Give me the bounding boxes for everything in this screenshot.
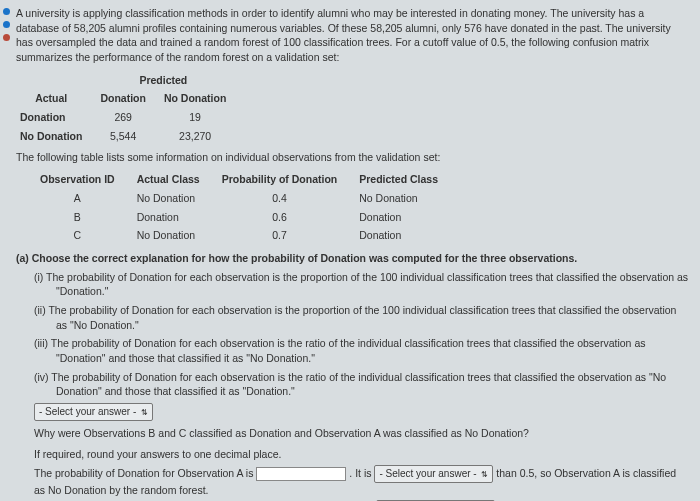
obs-actual: Donation bbox=[133, 208, 218, 227]
chevron-updown-icon: ⇅ bbox=[141, 408, 148, 417]
select-label: - Select your answer - bbox=[379, 468, 476, 479]
chevron-updown-icon: ⇅ bbox=[481, 470, 488, 479]
text-a-pre: The probability of Donation for Observat… bbox=[34, 467, 256, 479]
obs-actual: No Donation bbox=[133, 226, 218, 245]
marker-dot bbox=[3, 21, 10, 28]
obs-id: C bbox=[36, 226, 133, 245]
choice-list: (i) The probability of Donation for each… bbox=[34, 270, 690, 400]
obs-h4: Predicted Class bbox=[355, 170, 456, 189]
obs-h3: Probability of Donation bbox=[218, 170, 356, 189]
obs-pred: Donation bbox=[355, 226, 456, 245]
marker-dot bbox=[3, 34, 10, 41]
cell-22: 23,270 bbox=[160, 127, 240, 146]
obs-prob: 0.4 bbox=[218, 189, 356, 208]
obs-id: B bbox=[36, 208, 133, 227]
obs-intro: The following table lists some informati… bbox=[16, 150, 690, 165]
select-label: - Select your answer - bbox=[39, 406, 136, 417]
cell-12: 19 bbox=[160, 108, 240, 127]
actual-header: Actual bbox=[16, 89, 96, 108]
cell-21: 5,544 bbox=[96, 127, 160, 146]
rounding-note: If required, round your answers to one d… bbox=[34, 447, 690, 462]
obs-prob: 0.6 bbox=[218, 208, 356, 227]
intro-text: A university is applying classification … bbox=[16, 6, 690, 65]
obs-pred: No Donation bbox=[355, 189, 456, 208]
choice-iii: (iii) The probability of Donation for ea… bbox=[34, 336, 690, 365]
why-question: Why were Observations B and C classified… bbox=[34, 426, 690, 441]
obs-actual: No Donation bbox=[133, 189, 218, 208]
choice-ii: (ii) The probability of Donation for eac… bbox=[34, 303, 690, 332]
obs-prob: 0.7 bbox=[218, 226, 356, 245]
predicted-header: Predicted bbox=[96, 71, 240, 90]
select-answer-dropdown[interactable]: - Select your answer - ⇅ bbox=[34, 403, 153, 421]
input-prob-a[interactable] bbox=[256, 467, 346, 481]
obs-id: A bbox=[36, 189, 133, 208]
row-donation: Donation bbox=[16, 108, 96, 127]
choice-i: (i) The probability of Donation for each… bbox=[34, 270, 690, 299]
choice-iv: (iv) The probability of Donation for eac… bbox=[34, 370, 690, 399]
obs-h1: Observation ID bbox=[36, 170, 133, 189]
col-donation: Donation bbox=[96, 89, 160, 108]
text-a-mid: . It is bbox=[349, 467, 374, 479]
row-no-donation: No Donation bbox=[16, 127, 96, 146]
obs-pred: Donation bbox=[355, 208, 456, 227]
obs-row: B Donation 0.6 Donation bbox=[36, 208, 456, 227]
select-compare-a[interactable]: - Select your answer - ⇅ bbox=[374, 465, 493, 483]
line-obs-a: The probability of Donation for Observat… bbox=[34, 465, 690, 498]
obs-h2: Actual Class bbox=[133, 170, 218, 189]
confusion-matrix: Predicted Actual Donation No Donation Do… bbox=[16, 71, 240, 146]
question-a: (a) Choose the correct explanation for h… bbox=[16, 251, 690, 266]
obs-row: C No Donation 0.7 Donation bbox=[36, 226, 456, 245]
col-no-donation: No Donation bbox=[160, 89, 240, 108]
marker-dot bbox=[3, 8, 10, 15]
obs-row: A No Donation 0.4 No Donation bbox=[36, 189, 456, 208]
cell-11: 269 bbox=[96, 108, 160, 127]
observation-table: Observation ID Actual Class Probability … bbox=[36, 170, 456, 245]
